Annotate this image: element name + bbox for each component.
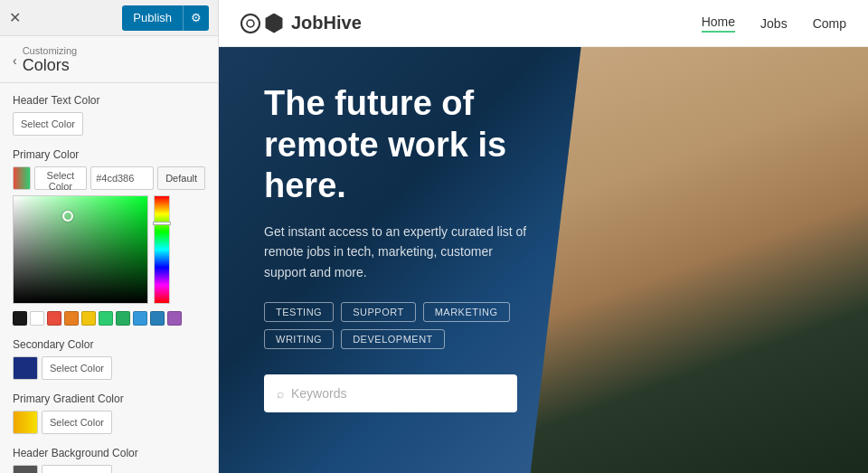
top-bar: ✕ Publish ⚙ [0,0,218,36]
secondary-color-row: Select Color [13,356,205,380]
breadcrumb-labels: Customizing Colors [23,45,78,75]
svg-point-0 [247,20,254,27]
primary-gradient-button[interactable]: Select Color [42,411,112,434]
nav-link-home[interactable]: Home [702,14,735,33]
tags-row: TESTING SUPPORT MARKETING WRITING DEVELO… [264,302,531,349]
publish-gear-button[interactable]: ⚙ [183,5,209,31]
swatch-purple[interactable] [167,311,182,326]
secondary-color-section: Secondary Color Select Color [13,338,205,380]
hue-thumb [153,222,171,225]
header-text-color-button[interactable]: Select Color [13,112,83,136]
primary-gradient-label: Primary Gradient Color [13,393,205,405]
primary-color-button[interactable]: Select Color [34,166,88,190]
site-nav: JobHive Home Jobs Comp [219,0,868,47]
secondary-color-button[interactable]: Select Color [42,356,112,380]
swatch-green2[interactable] [116,311,130,326]
tag-marketing: MARKETING [423,302,510,322]
search-icon: ⌕ [277,386,284,401]
swatch-red[interactable] [47,311,61,326]
primary-gradient-row: Select Color [13,411,205,434]
search-bar: ⌕ Keywords [264,374,517,412]
primary-gradient-section: Primary Gradient Color Select Color [13,393,205,434]
swatch-green[interactable] [99,311,113,326]
website-preview-panel: JobHive Home Jobs Comp The future of rem… [219,0,868,473]
color-swatches-row [13,311,205,326]
header-text-color-section: Header Text Color Select Color [13,94,205,136]
header-text-color-label: Header Text Color [13,94,205,107]
hero-person-image [531,47,868,473]
nav-link-jobs[interactable]: Jobs [760,16,788,31]
swatch-blue[interactable] [133,311,147,326]
customizer-panel: ✕ Publish ⚙ ‹ Customizing Colors Header … [0,0,219,473]
site-nav-links: Home Jobs Comp [702,14,846,33]
primary-color-label: Primary Color [13,148,205,161]
logo-inner-svg [245,18,256,29]
swatch-yellow[interactable] [81,311,96,326]
close-icon[interactable]: ✕ [9,9,21,26]
header-bg-section: Header Background Color Select Color [13,447,205,473]
back-arrow-icon[interactable]: ‹ [13,53,17,68]
picker-thumb[interactable] [62,211,73,222]
hex-input[interactable] [90,166,154,190]
website-preview: JobHive Home Jobs Comp The future of rem… [219,0,868,473]
breadcrumb-back: ‹ Customizing Colors [13,45,205,75]
header-bg-button[interactable]: Select Color [42,465,112,473]
default-button[interactable]: Default [157,166,205,190]
swatch-white[interactable] [30,311,44,326]
color-gradient-box[interactable] [13,195,148,304]
tag-support: SUPPORT [341,302,415,322]
breadcrumb-section: ‹ Customizing Colors [0,36,218,83]
secondary-color-label: Secondary Color [13,338,205,351]
swatch-orange[interactable] [64,311,79,326]
tag-writing: WRITING [264,329,334,349]
hue-slider[interactable] [154,195,170,304]
swatch-black[interactable] [13,311,27,326]
hero-title: The future of remote work is here. [264,83,531,207]
site-logo: JobHive [241,13,362,33]
header-bg-label: Header Background Color [13,447,205,459]
primary-color-section: Primary Color Select Color Default [13,148,205,326]
primary-color-swatch[interactable] [13,166,31,190]
hero-content: The future of remote work is here. Get i… [219,47,576,449]
color-picker [13,195,205,304]
breadcrumb-parent: Customizing [23,45,78,56]
tag-development: DEVELOPMENT [341,329,445,349]
logo-hex-icon [264,14,284,33]
site-logo-text: JobHive [291,13,362,33]
publish-group: Publish ⚙ [122,5,209,31]
primary-gradient-swatch[interactable] [13,411,38,434]
swatch-blue2[interactable] [150,311,165,326]
header-bg-swatch[interactable] [13,465,38,473]
tag-testing: TESTING [264,302,334,322]
publish-button[interactable]: Publish [122,5,183,31]
panel-content: Header Text Color Select Color Primary C… [0,83,218,473]
black-overlay [14,196,147,303]
logo-icons [241,14,284,33]
hero-section: The future of remote work is here. Get i… [219,47,868,473]
secondary-color-swatch[interactable] [13,356,38,380]
nav-link-comp[interactable]: Comp [813,16,846,31]
logo-circle-icon [241,14,260,33]
hero-subtitle: Get instant access to an expertly curate… [264,222,531,282]
primary-color-row: Select Color Default [13,166,205,190]
header-bg-row: Select Color [13,465,205,473]
search-placeholder: Keywords [291,386,346,401]
breadcrumb-title: Colors [23,56,78,75]
